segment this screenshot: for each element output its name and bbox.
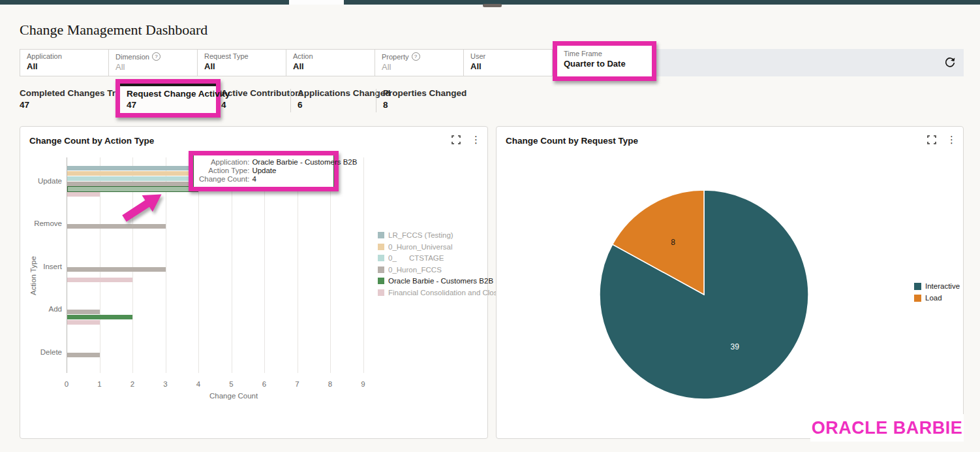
x-tick-label: 6 (258, 380, 271, 388)
bar-update-financial-consolidation-and-close[interactable] (67, 192, 100, 197)
legend-swatch (914, 283, 921, 290)
annotation-arrow (117, 189, 169, 223)
filter-label-text: Action (293, 52, 313, 60)
card-title: Change Count by Action Type (29, 136, 154, 146)
bar-delete-0-huron-fccs[interactable] (67, 353, 100, 357)
x-tick-label: 9 (357, 380, 370, 388)
x-tick-label: 8 (324, 380, 337, 388)
kpi-tile-properties-changed[interactable]: Properties Changed8 (383, 88, 467, 110)
bar-add-0-huron-fccs[interactable] (67, 310, 100, 314)
filter-label-text: Application (27, 52, 62, 60)
tooltip-value: Oracle Barbie - Customers B2B (252, 158, 357, 166)
kpi-label: Completed Changes Trend (20, 88, 131, 98)
legend-item-0-huron-universal[interactable]: 0_Huron_Universal (378, 243, 502, 251)
filter-property[interactable]: Property?All (375, 49, 464, 76)
annotation-highlight-tooltip: Application:Oracle Barbie - Customers B2… (189, 151, 339, 191)
legend-swatch (914, 295, 921, 302)
filter-value: All (470, 61, 545, 71)
kpi-divider (376, 89, 376, 112)
kpi-tile-completed-changes-trend[interactable]: Completed Changes Trend47 (20, 88, 131, 110)
filter-label-text: Time Frame (564, 50, 602, 57)
filter-label: Property? (382, 52, 457, 61)
kpi-value: 8 (383, 100, 467, 110)
kpi-tile-active-contributors[interactable]: Active Contributors4 (221, 88, 303, 110)
chart-tooltip: Application:Oracle Barbie - Customers B2… (193, 155, 334, 187)
filter-user[interactable]: UserAll (463, 49, 553, 76)
filter-request-type[interactable]: Request TypeAll (197, 49, 286, 76)
filter-label: Dimension? (115, 52, 191, 61)
x-tick-label: 1 (93, 380, 106, 388)
tooltip-label: Change Count: (199, 175, 249, 183)
bar-remove-0-huron-fccs[interactable] (67, 224, 166, 229)
kpi-label: Applications Changed (298, 88, 391, 98)
tooltip-value: Update (252, 167, 357, 174)
filter-time-frame[interactable]: Time FrameQuarter to Date (557, 46, 652, 76)
filter-value: All (27, 61, 102, 71)
legend-swatch (378, 244, 384, 250)
legend-label: LR_FCCS (Testing) (388, 231, 453, 239)
filter-action[interactable]: ActionAll (286, 49, 375, 76)
gridline (363, 157, 364, 373)
x-tick-label: 4 (192, 380, 205, 388)
filter-bar-spacer (656, 49, 964, 76)
kpi-label: Request Change Activity (127, 89, 209, 99)
filter-label-text: User (470, 52, 485, 60)
filter-label: Request Type (204, 52, 279, 60)
x-tick-label: 2 (126, 380, 139, 388)
x-tick-label: 5 (225, 380, 238, 388)
kpi-value: 47 (20, 100, 131, 110)
category-label-delete: Delete (23, 348, 62, 356)
bar-chart-legend: LR_FCCS (Testing)0_Huron_Universal0_ CTS… (378, 231, 502, 297)
legend-item-oracle-barbie-customers-b2b[interactable]: Oracle Barbie - Customers B2B (378, 277, 502, 285)
filter-label-text: Property (382, 53, 409, 61)
legend-label: 0_Huron_FCCS (388, 266, 442, 274)
legend-swatch (378, 255, 384, 261)
category-label-add: Add (23, 305, 62, 313)
kpi-value: 47 (127, 100, 209, 110)
filter-value: Quarter to Date (564, 59, 645, 69)
kpi-value: 4 (221, 100, 303, 110)
legend-item-lr-fccs-testing[interactable]: LR_FCCS (Testing) (378, 231, 502, 239)
bar-add-financial-consolidation-and-close[interactable] (67, 320, 100, 325)
active-tab-segment[interactable] (289, 0, 344, 5)
filter-label: User (470, 52, 545, 60)
bar-add-oracle-barbie-customers-b2b[interactable] (67, 315, 132, 319)
expand-icon[interactable] (452, 135, 461, 144)
x-tick-label: 7 (291, 380, 304, 388)
annotation-highlight-box: Time FrameQuarter to Date (553, 41, 656, 81)
filter-application[interactable]: ApplicationAll (20, 49, 109, 76)
legend-item-interactive[interactable]: Interactive (914, 282, 960, 290)
legend-label: 0_ CTSTAGE (388, 254, 444, 262)
pie-chart-legend: InteractiveLoad (914, 282, 960, 302)
legend-item-financial-consolidation-and-close[interactable]: Financial Consolidation and Close (378, 289, 502, 297)
kpi-label: Active Contributors (221, 88, 303, 98)
kpi-tile-request-change-activity[interactable]: Request Change Activity47 (120, 84, 216, 113)
filter-label: Time Frame (564, 50, 645, 57)
kpi-label: Properties Changed (383, 88, 467, 98)
kebab-menu-icon[interactable]: ⋮ (947, 135, 957, 144)
help-icon: ? (412, 52, 420, 61)
kpi-value: 6 (298, 100, 391, 110)
x-axis-title: Change Count (209, 392, 258, 400)
category-label-insert: Insert (23, 263, 62, 270)
tooltip-value: 4 (252, 175, 357, 183)
legend-swatch (378, 266, 384, 273)
filter-value: All (382, 62, 457, 72)
kpi-tile-applications-changed[interactable]: Applications Changed6 (298, 88, 391, 110)
legend-label: Oracle Barbie - Customers B2B (388, 277, 493, 285)
filter-dimension[interactable]: Dimension?All (108, 49, 198, 76)
bar-insert-financial-consolidation-and-close[interactable] (67, 278, 132, 282)
legend-item-load[interactable]: Load (914, 294, 960, 302)
kebab-menu-icon[interactable]: ⋮ (471, 135, 481, 144)
tooltip-label: Action Type: (199, 167, 249, 174)
legend-item-0-ctstage[interactable]: 0_ CTSTAGE (378, 254, 502, 262)
filter-value: All (204, 61, 279, 71)
bar-insert-0-huron-fccs[interactable] (67, 267, 166, 272)
legend-item-0-huron-fccs[interactable]: 0_Huron_FCCS (378, 266, 502, 274)
expand-icon[interactable] (927, 135, 936, 144)
refresh-icon[interactable] (944, 57, 956, 69)
filter-label-text: Request Type (204, 52, 249, 60)
legend-label: Load (925, 294, 942, 302)
x-tick-label: 0 (60, 380, 73, 388)
filter-label-text: Dimension (115, 53, 149, 61)
